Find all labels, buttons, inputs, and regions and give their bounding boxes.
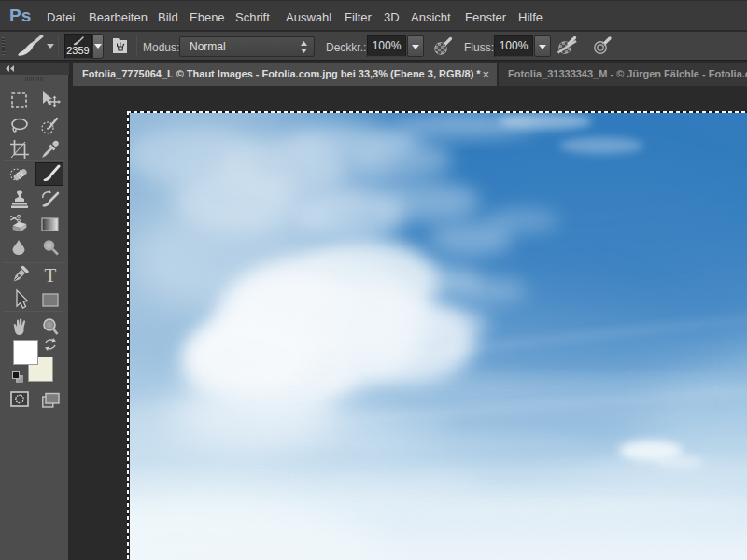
svg-text:T: T (45, 265, 57, 286)
